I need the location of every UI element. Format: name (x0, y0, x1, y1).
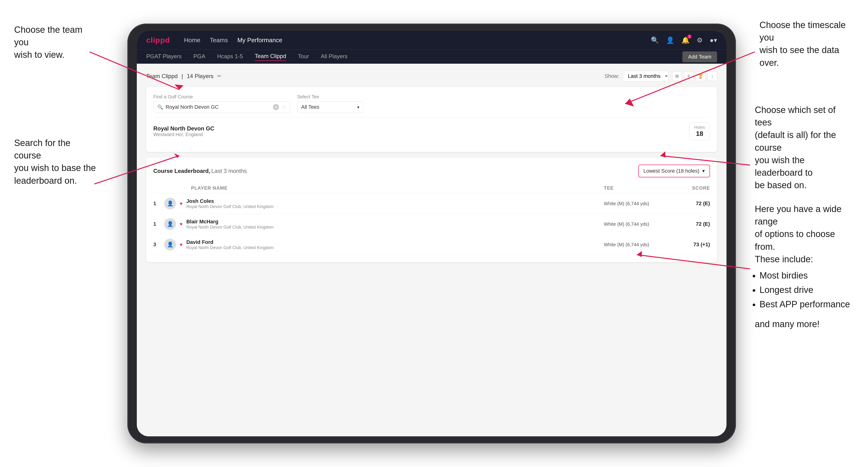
table-row: 1 👤 ♥ Josh Coles Royal North Devon Golf … (153, 193, 710, 214)
player-club-3: Royal North Devon Golf Club, United King… (186, 245, 274, 250)
course-search-icon: 🔍 (157, 104, 163, 110)
find-course-group: Find a Golf Course 🔍 ✕ ☆ (153, 94, 290, 113)
select-tee-label: Select Tee (297, 94, 363, 99)
add-team-button[interactable]: Add Team (682, 52, 717, 62)
favorite-button[interactable]: ☆ (281, 104, 286, 110)
player-col-2: 1 👤 ♥ Blair McHarg Royal North Devon Gol… (153, 218, 604, 230)
player-name-3: David Ford (186, 239, 274, 245)
sub-nav-all-players[interactable]: All Players (321, 53, 347, 61)
score-type-chevron: ▾ (702, 168, 705, 174)
course-result: Royal North Devon GC Westward Ho!, Engla… (153, 118, 710, 145)
bullet-3: Best APP performance (760, 298, 854, 311)
tee-select-wrapper[interactable]: All Tees ▾ (297, 101, 363, 113)
bullet-list: Most birdies Longest drive Best APP perf… (755, 269, 854, 311)
holes-number: 18 (694, 130, 705, 137)
and-more-text: and many more! (755, 318, 854, 331)
annotation-bottom-right: Here you have a wide range of options to… (755, 203, 854, 331)
heart-icon-1[interactable]: ♥ (180, 201, 183, 206)
score-type-select[interactable]: Lowest Score (18 holes) ▾ (638, 165, 710, 177)
course-search-wrapper: 🔍 ✕ ☆ (153, 101, 290, 113)
player-rank-3: 3 (153, 242, 160, 248)
nav-links: Home Teams My Performance (184, 36, 651, 44)
col-player-header: PLAYER NAME (153, 185, 604, 191)
main-content: Team Clippd | 14 Players ✏ Show: Last 3 … (137, 64, 726, 436)
clear-search-button[interactable]: ✕ (273, 104, 279, 110)
leaderboard-header: Course Leaderboard, Last 3 months Lowest… (153, 165, 710, 177)
team-title: Team Clippd | 14 Players ✏ (146, 73, 221, 80)
heart-icon-3[interactable]: ♥ (180, 242, 183, 247)
col-tee-header: TEE (604, 185, 675, 191)
edit-team-icon[interactable]: ✏ (217, 73, 221, 79)
select-tee-group: Select Tee All Tees ▾ (297, 94, 363, 113)
leaderboard-table: PLAYER NAME TEE SCORE 1 👤 ♥ Josh (153, 183, 710, 255)
tee-col-3: White (M) (6,744 yds) (604, 242, 675, 247)
tee-col-1: White (M) (6,744 yds) (604, 201, 675, 206)
table-header: PLAYER NAME TEE SCORE (153, 183, 710, 193)
nav-home[interactable]: Home (184, 36, 200, 44)
sub-nav-hcaps[interactable]: Hcaps 1-5 (217, 53, 243, 61)
profile-icon[interactable]: ●▾ (710, 36, 717, 44)
player-count: | (181, 73, 183, 80)
score-col-2: 72 (E) (675, 221, 710, 227)
course-form: Find a Golf Course 🔍 ✕ ☆ Select Tee (153, 94, 710, 113)
nav-icons: 🔍 👤 🔔1 ⚙ ●▾ (651, 36, 717, 44)
find-course-label: Find a Golf Course (153, 94, 290, 99)
people-icon[interactable]: 👤 (666, 36, 674, 44)
sub-nav-team-clippd[interactable]: Team Clippd (255, 53, 286, 61)
player-details-1: Josh Coles Royal North Devon Golf Club, … (186, 198, 274, 209)
annotation-top-right: Choose the timescale you wish to see the… (760, 19, 854, 69)
leaderboard-title: Course Leaderboard, Last 3 months (153, 168, 247, 174)
course-name: Royal North Devon GC (153, 125, 214, 132)
score-col-1: 72 (E) (675, 200, 710, 207)
top-nav: clippd Home Teams My Performance 🔍 👤 🔔1 … (137, 31, 726, 50)
holes-label: Holes (694, 125, 705, 130)
course-search-card: Find a Golf Course 🔍 ✕ ☆ Select Tee (146, 87, 717, 152)
annotation-top-left: Choose the team you wish to view. (14, 24, 94, 61)
score-col-3: 73 (+1) (675, 242, 710, 248)
tablet-screen: clippd Home Teams My Performance 🔍 👤 🔔1 … (137, 31, 726, 436)
player-col-3: 3 👤 ♥ David Ford Royal North Devon Golf … (153, 239, 604, 250)
heart-icon-2[interactable]: ♥ (180, 221, 183, 227)
table-row: 3 👤 ♥ David Ford Royal North Devon Golf … (153, 235, 710, 255)
course-info: Royal North Devon GC Westward Ho!, Engla… (153, 125, 214, 137)
nav-my-performance[interactable]: My Performance (237, 36, 282, 44)
player-avatar-1: 👤 (164, 198, 176, 210)
bullet-1: Most birdies (760, 269, 854, 282)
sub-nav-tour[interactable]: Tour (298, 53, 309, 61)
tee-chevron-icon: ▾ (357, 105, 359, 110)
grid-view-button[interactable]: ⊞ (672, 71, 682, 81)
player-avatar-2: 👤 (164, 218, 176, 230)
tee-col-2: White (M) (6,744 yds) (604, 221, 675, 227)
table-row: 1 👤 ♥ Blair McHarg Royal North Devon Gol… (153, 214, 710, 235)
player-name-2: Blair McHarg (186, 219, 274, 225)
sub-nav: PGAT Players PGA Hcaps 1-5 Team Clippd T… (137, 50, 726, 64)
time-period-select[interactable]: Last 3 months (623, 71, 669, 81)
sub-nav-pga[interactable]: PGA (193, 53, 206, 61)
download-button[interactable]: ↓ (708, 71, 717, 81)
nav-teams[interactable]: Teams (210, 36, 228, 44)
settings-icon[interactable]: ⚙ (697, 36, 703, 44)
team-header: Team Clippd | 14 Players ✏ Show: Last 3 … (146, 71, 717, 81)
list-view-button[interactable]: ≡ (684, 71, 693, 81)
bullet-2: Longest drive (760, 284, 854, 296)
course-search-input[interactable] (165, 104, 271, 110)
player-count-text: 14 Players (187, 73, 214, 80)
player-details-2: Blair McHarg Royal North Devon Golf Club… (186, 219, 274, 230)
player-col-1: 1 👤 ♥ Josh Coles Royal North Devon Golf … (153, 198, 604, 210)
show-controls: Show: Last 3 months ⊞ ≡ 🏆 ↓ (605, 71, 717, 81)
player-rank-1: 1 (153, 200, 160, 207)
bell-icon[interactable]: 🔔1 (681, 36, 690, 44)
search-icon[interactable]: 🔍 (651, 36, 659, 44)
tablet-frame: clippd Home Teams My Performance 🔍 👤 🔔1 … (127, 24, 736, 443)
player-details-3: David Ford Royal North Devon Golf Club, … (186, 239, 274, 250)
sub-nav-pgat[interactable]: PGAT Players (146, 53, 182, 61)
annotation-mid-left: Search for the course you wish to base t… (14, 137, 99, 187)
trophy-view-button[interactable]: 🏆 (696, 71, 705, 81)
player-club-1: Royal North Devon Golf Club, United King… (186, 204, 274, 209)
app-container: clippd Home Teams My Performance 🔍 👤 🔔1 … (137, 31, 726, 436)
player-name-1: Josh Coles (186, 198, 274, 204)
course-location: Westward Ho!, England (153, 132, 214, 137)
view-icons: ⊞ ≡ 🏆 ↓ (672, 71, 717, 81)
player-avatar-3: 👤 (164, 239, 176, 250)
holes-badge: Holes 18 (689, 122, 710, 140)
